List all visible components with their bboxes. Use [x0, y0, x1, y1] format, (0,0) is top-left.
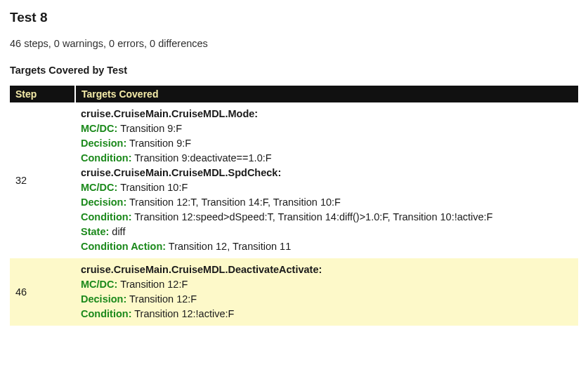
- table-row: 32cruise.CruiseMain.CruiseMDL.Mode:MC/DC…: [10, 102, 578, 258]
- metric-value: Transition 9:F: [126, 138, 191, 149]
- metric-value: Transition 12:speed>dSpeed:T, Transition…: [131, 211, 492, 222]
- metric-label: MC/DC:: [81, 279, 117, 290]
- metric-label: Decision:: [81, 138, 126, 149]
- metric-value: Transition 10:F: [117, 182, 188, 193]
- step-cell: 32: [10, 102, 75, 258]
- metric-label: MC/DC:: [81, 182, 117, 193]
- coverage-metric-line: State: diff: [81, 225, 573, 239]
- coverage-metric-line: Decision: Transition 9:F: [81, 136, 573, 151]
- metric-label: Condition:: [81, 152, 131, 164]
- col-header-targets: Targets Covered: [75, 86, 578, 102]
- section-title: Targets Covered by Test: [10, 65, 578, 76]
- metric-value: Transition 9:deactivate==1.0:F: [131, 152, 271, 164]
- metric-label: Condition:: [81, 308, 131, 319]
- metric-value: Transition 12:T, Transition 14:F, Transi…: [126, 197, 341, 208]
- coverage-object: cruise.CruiseMain.CruiseMDL.SpdCheck:: [81, 166, 573, 180]
- metric-value: Transition 12:!active:F: [131, 308, 234, 319]
- metric-label: MC/DC:: [81, 123, 117, 134]
- metric-value: Transition 12:F: [117, 279, 188, 290]
- coverage-metric-line: Decision: Transition 12:T, Transition 14…: [81, 195, 573, 210]
- targets-cell: cruise.CruiseMain.CruiseMDL.DeactivateAc…: [75, 258, 578, 326]
- coverage-object: cruise.CruiseMain.CruiseMDL.DeactivateAc…: [81, 262, 573, 277]
- step-cell: 46: [10, 258, 75, 326]
- metric-label: Decision:: [81, 293, 126, 305]
- coverage-metric-line: Condition Action: Transition 12, Transit…: [81, 239, 573, 254]
- metric-value: Transition 9:F: [117, 123, 182, 134]
- metric-label: State:: [81, 226, 109, 237]
- test-title: Test 8: [10, 10, 578, 25]
- metric-label: Condition Action:: [81, 241, 166, 252]
- coverage-metric-line: MC/DC: Transition 12:F: [81, 277, 573, 292]
- col-header-step: Step: [10, 86, 75, 102]
- targets-cell: cruise.CruiseMain.CruiseMDL.Mode:MC/DC: …: [75, 102, 578, 258]
- coverage-metric-line: Decision: Transition 12:F: [81, 292, 573, 307]
- metric-value: Transition 12, Transition 11: [166, 241, 291, 252]
- coverage-object: cruise.CruiseMain.CruiseMDL.Mode:: [81, 107, 573, 121]
- test-summary-line: 46 steps, 0 warnings, 0 errors, 0 differ…: [10, 38, 578, 49]
- metric-label: Condition:: [81, 211, 131, 222]
- metric-label: Decision:: [81, 197, 126, 208]
- coverage-metric-line: MC/DC: Transition 10:F: [81, 180, 573, 195]
- metric-value: Transition 12:F: [126, 293, 197, 305]
- coverage-metric-line: Condition: Transition 12:!active:F: [81, 307, 573, 321]
- coverage-metric-line: Condition: Transition 9:deactivate==1.0:…: [81, 151, 573, 166]
- metric-value: diff: [109, 226, 125, 237]
- coverage-metric-line: MC/DC: Transition 9:F: [81, 121, 573, 136]
- coverage-metric-line: Condition: Transition 12:speed>dSpeed:T,…: [81, 210, 573, 225]
- table-row: 46cruise.CruiseMain.CruiseMDL.Deactivate…: [10, 258, 578, 326]
- targets-table: Step Targets Covered 32cruise.CruiseMain…: [10, 86, 578, 326]
